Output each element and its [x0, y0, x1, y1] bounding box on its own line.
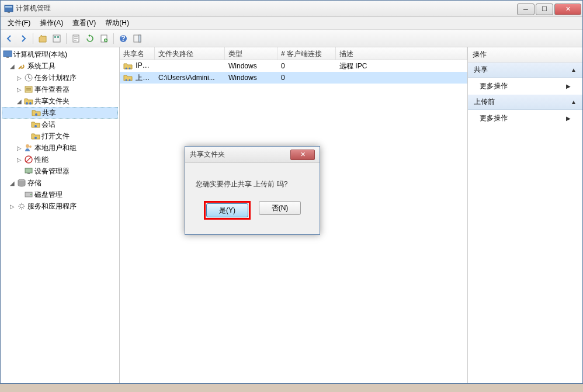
collapse-arrow-icon: ▲	[571, 99, 577, 105]
tree-services[interactable]: ▷ 服务和应用程序	[2, 200, 118, 212]
yes-button[interactable]: 是(Y)	[206, 203, 248, 217]
tree-label: 性能	[34, 155, 48, 165]
svg-point-31	[126, 68, 127, 70]
help-button[interactable]: ?	[117, 32, 130, 45]
no-button[interactable]: 否(N)	[259, 201, 301, 215]
expand-icon[interactable]: ▷	[16, 75, 23, 81]
tree-shares[interactable]: 共享	[2, 107, 118, 119]
maximize-button[interactable]: ☐	[536, 4, 553, 15]
yes-button-highlight: 是(Y)	[204, 201, 251, 220]
tree-local-users[interactable]: ▷ 本地用户和组	[2, 142, 118, 154]
svg-rect-3	[53, 35, 60, 42]
export-button[interactable]	[70, 32, 82, 45]
svg-point-30	[20, 204, 23, 208]
new-button[interactable]	[98, 32, 110, 45]
col-folder-path[interactable]: 文件夹路径	[155, 47, 225, 60]
tree-performance[interactable]: ▷ 性能	[2, 154, 118, 165]
action-section-label: 上传前	[474, 97, 495, 107]
cell-desc: 远程 IPC	[336, 60, 467, 72]
titlebar: 计算机管理 ─ ☐ ✕	[1, 1, 582, 17]
action-header: 操作	[468, 47, 582, 63]
tree-storage[interactable]: ◢ 存储	[2, 177, 118, 189]
col-share-name[interactable]: 共享名	[120, 47, 155, 60]
tree-label: 共享	[42, 108, 56, 118]
up-button[interactable]	[36, 32, 49, 45]
action-section-label: 共享	[474, 65, 488, 75]
menu-operation[interactable]: 操作(A)	[35, 17, 68, 29]
submenu-arrow-icon: ▶	[566, 115, 571, 122]
tree-label: 事件查看器	[34, 85, 70, 95]
svg-rect-2	[8, 12, 10, 13]
dialog-close-button[interactable]: ✕	[290, 150, 315, 160]
tree-open-files[interactable]: 打开文件	[2, 130, 118, 142]
svg-rect-26	[27, 173, 30, 174]
tree-device-mgr[interactable]: 设备管理器	[2, 165, 118, 177]
window-title: 计算机管理	[16, 4, 517, 13]
refresh-button[interactable]	[84, 32, 96, 45]
tree-root[interactable]: 计算机管理(本地)	[2, 48, 118, 60]
expand-icon[interactable]: ▷	[16, 145, 23, 151]
tree-event-viewer[interactable]: ▷ 事件查看器	[2, 84, 118, 95]
event-icon	[24, 85, 33, 94]
cell-desc	[336, 77, 467, 79]
menu-file[interactable]: 文件(F)	[3, 17, 35, 29]
action-section-shares[interactable]: 共享 ▲	[468, 63, 582, 78]
collapse-icon[interactable]: ◢	[16, 98, 23, 105]
clock-icon	[24, 73, 33, 82]
window-controls: ─ ☐ ✕	[517, 2, 582, 15]
expand-icon[interactable]: ▷	[9, 203, 16, 210]
services-icon	[17, 202, 26, 211]
tree-sessions[interactable]: 会话	[2, 119, 118, 130]
dialog-titlebar: 共享文件夹 ✕	[185, 147, 320, 163]
action-more-2[interactable]: 更多操作 ▶	[468, 110, 582, 127]
tree-label: 打开文件	[41, 131, 70, 141]
tree-system-tools[interactable]: ◢ 系统工具	[2, 60, 118, 72]
tree-label: 本地用户和组	[34, 143, 77, 153]
svg-point-19	[35, 113, 37, 116]
list-row[interactable]: 上传前 C:\Users\Admini... Windows 0	[120, 72, 467, 84]
svg-rect-4	[54, 36, 56, 38]
cell-clients: 0	[277, 72, 336, 83]
share-icon	[123, 73, 133, 82]
collapse-icon[interactable]: ◢	[9, 63, 16, 70]
list-row[interactable]: IPC$ Windows 0 远程 IPC	[120, 60, 467, 72]
storage-icon	[17, 178, 26, 188]
menu-help[interactable]: 帮助(H)	[100, 17, 134, 29]
tree-label: 服务和应用程序	[27, 202, 77, 211]
tree-task-scheduler[interactable]: ▷ 任务计划程序	[2, 72, 118, 84]
svg-point-21	[34, 137, 37, 139]
minimize-button[interactable]: ─	[517, 4, 535, 15]
device-icon	[24, 166, 33, 176]
action-pane-toggle[interactable]	[131, 32, 144, 45]
tree-shared-folders[interactable]: ◢ 共享文件夹	[2, 95, 118, 107]
users-icon	[24, 143, 33, 152]
forward-button[interactable]	[17, 32, 30, 45]
tree-label: 系统工具	[27, 61, 55, 71]
properties-button[interactable]	[50, 32, 63, 45]
cell-path	[155, 65, 225, 67]
menu-view[interactable]: 查看(V)	[68, 17, 100, 29]
back-button[interactable]	[3, 32, 16, 45]
dialog-title: 共享文件夹	[190, 150, 290, 159]
svg-rect-14	[6, 57, 9, 58]
action-more-1[interactable]: 更多操作 ▶	[468, 78, 582, 95]
collapse-icon[interactable]: ◢	[9, 180, 16, 186]
close-button[interactable]: ✕	[554, 4, 581, 15]
performance-icon	[24, 155, 33, 164]
action-pane: 操作 共享 ▲ 更多操作 ▶ 上传前 ▲ 更多操作 ▶	[468, 47, 582, 383]
expand-icon[interactable]: ▷	[16, 86, 23, 93]
col-type[interactable]: 类型	[225, 47, 277, 60]
col-clients[interactable]: # 客户端连接	[277, 47, 336, 60]
expand-icon[interactable]: ▷	[16, 157, 23, 163]
col-description[interactable]: 描述	[336, 47, 467, 60]
tree-label: 设备管理器	[34, 166, 70, 176]
tree-label: 存储	[27, 178, 41, 188]
tree-pane[interactable]: 计算机管理(本地) ◢ 系统工具 ▷ 任务计划程序 ▷ 事件查看器	[1, 47, 120, 383]
toolbar-separator	[33, 33, 33, 44]
tree-disk-mgmt[interactable]: 磁盘管理	[2, 189, 118, 200]
confirm-dialog: 共享文件夹 ✕ 您确实要停止共享 上传前 吗? 是(Y) 否(N)	[185, 146, 320, 235]
action-section-upload[interactable]: 上传前 ▲	[468, 95, 582, 110]
svg-point-18	[29, 102, 32, 105]
session-icon	[31, 120, 40, 129]
computer-icon	[3, 50, 12, 59]
